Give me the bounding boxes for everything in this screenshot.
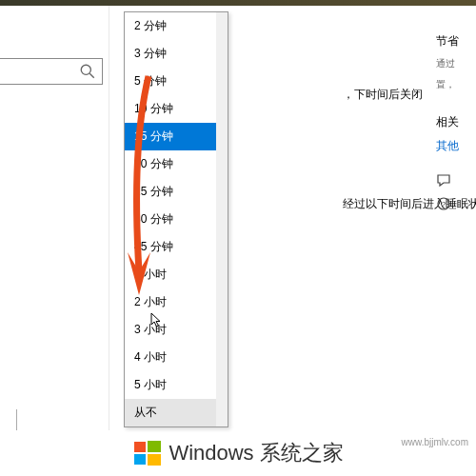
search-input[interactable] [0, 58, 103, 85]
dropdown-item[interactable]: 5 分钟 [125, 68, 228, 95]
dropdown-item[interactable]: 4 小时 [125, 344, 228, 371]
dropdown-item[interactable]: 1 小时 [125, 261, 228, 288]
footer-url: www.bjjmlv.com [402, 437, 468, 447]
dropdown-item[interactable]: 25 分钟 [125, 178, 228, 206]
svg-point-0 [81, 65, 90, 74]
dropdown-item-selected[interactable]: 15 分钟 [125, 123, 228, 150]
search-icon [79, 63, 96, 80]
dropdown-item[interactable]: 5 小时 [125, 371, 228, 399]
footer-suffix: 系统之家 [260, 439, 344, 467]
time-dropdown[interactable]: 2 分钟 3 分钟 5 分钟 10 分钟 15 分钟 20 分钟 25 分钟 3… [124, 11, 228, 427]
help-icon[interactable]: ? [436, 196, 451, 211]
right-panel: 节省 通过 置， 相关 其他 ? [436, 33, 476, 219]
right-link[interactable]: 其他 [436, 138, 476, 154]
dropdown-item[interactable]: 10 分钟 [125, 95, 228, 123]
dropdown-item[interactable]: 3 小时 [125, 316, 228, 344]
svg-rect-4 [134, 442, 146, 452]
dropdown-item[interactable]: 3 分钟 [125, 40, 228, 68]
dropdown-item[interactable]: 20 分钟 [125, 150, 228, 178]
windows-logo-icon [132, 438, 163, 468]
sidebar [0, 6, 109, 476]
dropdown-scrollbar[interactable] [216, 12, 228, 426]
dropdown-item[interactable]: 45 分钟 [125, 233, 228, 261]
svg-rect-6 [134, 454, 146, 465]
dropdown-item-never[interactable]: 从不 [125, 399, 228, 426]
svg-text:?: ? [442, 200, 446, 208]
dropdown-item[interactable]: 2 分钟 [125, 12, 228, 40]
svg-rect-7 [148, 454, 161, 466]
svg-line-1 [89, 73, 94, 78]
svg-rect-5 [148, 441, 161, 452]
right-sub-1: 通过 [436, 57, 476, 70]
right-sub-2: 置， [436, 78, 476, 91]
dropdown-item[interactable]: 2 小时 [125, 288, 228, 316]
right-heading-1: 节省 [436, 33, 476, 50]
footer-brand: Windows [169, 441, 253, 466]
feedback-icon[interactable] [436, 173, 451, 188]
dropdown-item[interactable]: 30 分钟 [125, 206, 228, 233]
screen-off-label: ，下时间后关闭 [343, 87, 423, 103]
right-heading-2: 相关 [436, 114, 476, 130]
